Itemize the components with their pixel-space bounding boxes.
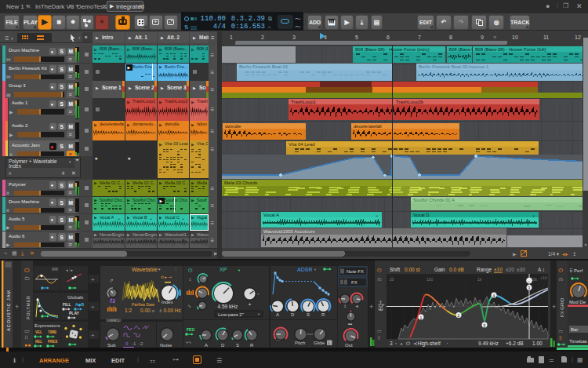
svg-text:▭: ▭: [559, 329, 564, 333]
svg-text:+: +: [15, 303, 19, 311]
svg-text:↥: ↥: [572, 252, 576, 257]
svg-text:↔: ↔: [527, 279, 531, 283]
svg-text:PRES: PRES: [48, 340, 57, 344]
svg-text:POLYMER: POLYMER: [26, 295, 31, 319]
svg-text:9: 9: [481, 35, 484, 40]
svg-text:4.59 kHz: 4.59 kHz: [218, 304, 238, 309]
svg-text:Note FX: Note FX: [347, 269, 364, 274]
svg-text:⠿ Perf: ⠿ Perf: [569, 268, 583, 273]
svg-text:Bar: Bar: [571, 327, 578, 332]
svg-text:Shift: Shift: [390, 267, 400, 272]
svg-text:12: 12: [575, 35, 581, 40]
svg-text:A◆B: A◆B: [75, 302, 84, 307]
svg-text:+10: +10: [540, 275, 547, 280]
svg-text:🗀: 🗀: [24, 275, 30, 281]
svg-text:↱: ↱: [110, 279, 114, 283]
svg-text:808 (Bass-0: 808 (Bass-0: [449, 47, 475, 52]
svg-text:808 (Bass-08) - House Force (f: 808 (Bass-08) - House Force (full): [475, 47, 546, 52]
svg-text:Mela 03 Chords: Mela 03 Chords: [224, 180, 257, 185]
svg-text:FX GRID: FX GRID: [560, 297, 564, 317]
svg-text:▭: ▭: [377, 329, 382, 333]
svg-text:⌒: ⌒: [276, 340, 281, 344]
svg-text:6: 6: [387, 35, 390, 40]
svg-text:Berlin Firework Beat 02-bounce: Berlin Firework Beat 02-bounce-1: [419, 64, 489, 69]
svg-text:▶: ▶: [513, 252, 517, 257]
svg-text:1k: 1k: [477, 277, 482, 282]
svg-text:▬: ▬: [348, 321, 352, 326]
svg-text:A ↕: A ↕: [538, 267, 545, 272]
svg-text:2: 2: [458, 313, 460, 318]
svg-text:7: 7: [418, 35, 421, 40]
svg-text:↕: ↕: [189, 277, 191, 282]
svg-text:≡: ≡: [493, 35, 496, 40]
svg-text:8: 8: [449, 35, 452, 40]
svg-text:100: 100: [426, 277, 434, 282]
svg-text:REL: REL: [35, 340, 42, 344]
svg-text:Vita 04 Lead: Vita 04 Lead: [289, 142, 315, 147]
svg-text:▼: ▼: [238, 268, 241, 272]
svg-text:9.49 kHz: 9.49 kHz: [478, 341, 499, 346]
svg-text:Mod De: Mod De: [569, 300, 586, 304]
svg-text:◂: ◂: [257, 292, 259, 296]
svg-text:+: +: [91, 332, 95, 339]
svg-text:FEG: FEG: [187, 327, 194, 332]
svg-text:1: 1: [230, 35, 233, 40]
svg-text:S: S: [307, 312, 310, 317]
svg-text:3: 3: [390, 341, 393, 346]
svg-text:-2: -2: [139, 341, 143, 346]
svg-text:+: +: [91, 304, 95, 311]
svg-text:▪: ▪: [447, 341, 448, 345]
svg-text:🗀: 🗀: [559, 277, 564, 282]
svg-text:⠿: ⠿: [24, 335, 28, 341]
svg-text:0.00 st: 0.00 st: [140, 308, 155, 313]
svg-text:🗘: 🗘: [110, 298, 115, 304]
svg-text:5: 5: [355, 35, 358, 40]
svg-text:Berlin Firework Beat 01: Berlin Firework Beat 01: [239, 64, 289, 69]
svg-text:+∿: +∿: [186, 340, 191, 344]
svg-text:± 0.00 Hz: ± 0.00 Hz: [159, 308, 181, 313]
svg-text:⏻: ⏻: [406, 341, 410, 346]
svg-text:0.00 st: 0.00 st: [405, 267, 420, 272]
svg-text:4: 4: [324, 35, 327, 40]
svg-text:Wavetable: Wavetable: [132, 267, 158, 272]
svg-text:EQ+: EQ+: [378, 301, 384, 311]
svg-text:∿: ∿: [187, 304, 191, 308]
svg-text:▼: ▼: [314, 268, 317, 271]
svg-text:TrashLoop2b: TrashLoop2b: [396, 100, 424, 104]
svg-text:4: 4: [493, 293, 495, 298]
svg-text:Farfisa Saw: Farfisa Saw: [132, 302, 154, 307]
svg-text:Vocal D: Vocal D: [413, 213, 430, 217]
svg-text:ACOUSTIC JAM: ACOUSTIC JAM: [6, 290, 11, 331]
svg-text:L: L: [328, 341, 331, 345]
svg-text:▾: ▾: [395, 341, 397, 345]
svg-text:⏻: ⏻: [559, 268, 564, 273]
svg-text:↥: ↥: [343, 304, 347, 308]
svg-text:▭: ▭: [24, 328, 30, 333]
svg-text:XP: XP: [220, 267, 227, 272]
svg-text:0.0 dB: 0.0 dB: [449, 267, 464, 272]
svg-text:-1: -1: [132, 341, 136, 346]
svg-text:Timebas: Timebas: [569, 339, 587, 344]
svg-text:+ SYNC +: + SYNC +: [107, 319, 120, 322]
svg-text:≺High-shelf: ≺High-shelf: [413, 341, 441, 347]
svg-text:Expressions: Expressions: [34, 323, 60, 328]
svg-text:⏻: ⏻: [188, 268, 193, 273]
svg-text:VEL: VEL: [35, 330, 42, 334]
svg-text:⏻: ⏻: [377, 268, 382, 273]
svg-text:1.00: 1.00: [532, 341, 543, 346]
svg-text:±10: ±10: [494, 267, 503, 272]
svg-text:1/4 ▾: 1/4 ▾: [548, 251, 560, 257]
svg-text:5: 5: [484, 323, 486, 328]
svg-text:◂ ⫶ ▸: ◂ ⫶ ▸: [66, 268, 74, 272]
svg-text:+: +: [91, 276, 95, 283]
svg-text:◂|▸: ◂|▸: [562, 252, 568, 257]
svg-text:11: 11: [543, 35, 549, 40]
svg-text:⠿: ⠿: [559, 336, 562, 341]
svg-text:Range: Range: [477, 267, 492, 273]
svg-text:⟲ ▸ ⊣: ⟲ ▸ ⊣: [161, 275, 172, 279]
svg-text:A: A: [276, 312, 279, 317]
svg-text:Glide: Glide: [314, 341, 325, 345]
svg-text:Wavoloid1955 Accolours: Wavoloid1955 Accolours: [263, 229, 314, 234]
svg-text:Soulful Chords 01 A: Soulful Chords 01 A: [413, 198, 455, 202]
svg-text:+: +: [552, 303, 556, 311]
